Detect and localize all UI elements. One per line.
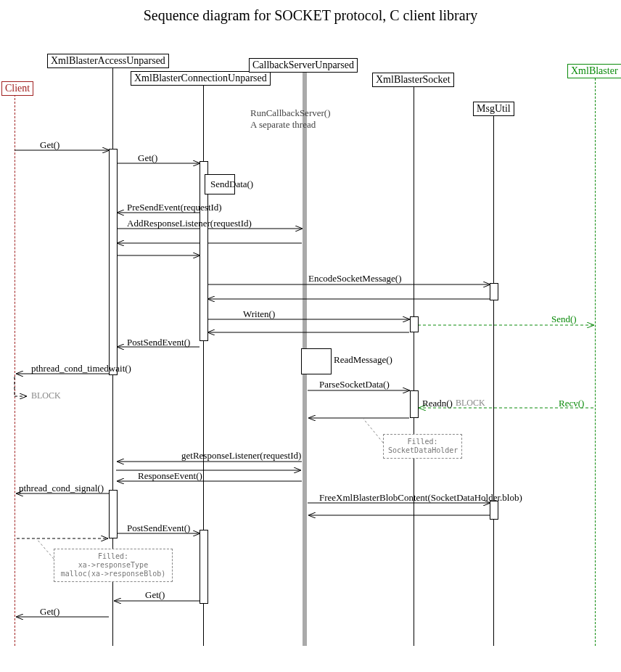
- note-line: xa->responseType: [59, 561, 168, 570]
- sequence-diagram: Sequence diagram for SOCKET protocol, C …: [0, 0, 621, 672]
- msg-writen: Writen(): [243, 308, 275, 320]
- msg-resp-event: ResponseEvent(): [138, 470, 202, 482]
- svg-line-18: [363, 418, 383, 443]
- participant-xbs: XmlBlasterSocket: [372, 73, 454, 87]
- participant-client: Client: [1, 81, 33, 96]
- msg-readn: Readn(): [422, 398, 453, 409]
- msg-readmsg: ReadMessage(): [334, 354, 392, 366]
- block1: BLOCK: [31, 390, 61, 401]
- msg-pthread-wait: pthread_cond_timedwait(): [31, 363, 131, 374]
- note-line: Filled:: [388, 438, 457, 446]
- msg-senddata: SendData(): [210, 179, 253, 190]
- note-line: SocketDataHolder: [388, 446, 457, 455]
- participant-csu: CallbackServerUnparsed: [249, 58, 358, 73]
- activation-msgutil-encode: [490, 283, 498, 300]
- msg-postsend1: PostSendEvent(): [127, 337, 190, 348]
- svg-line-27: [36, 538, 54, 559]
- diagram-title: Sequence diagram for SOCKET protocol, C …: [0, 7, 621, 24]
- activation-readmessage: [301, 348, 332, 374]
- msg-get1: Get(): [40, 139, 59, 151]
- activation-xbs-readn: [410, 390, 419, 418]
- activation-xbcu-3: [200, 530, 208, 604]
- msg-get3: Get(): [145, 589, 165, 601]
- msg-addresp: AddResponseListener(requestId): [127, 218, 252, 229]
- note-socketdataholder: Filled: SocketDataHolder: [383, 434, 462, 459]
- note-line: malloc(xa->responseBlob): [59, 570, 168, 578]
- note-responseblob: Filled: xa->responseType malloc(xa->resp…: [54, 549, 173, 582]
- activation-xbau-3: [109, 490, 118, 538]
- activation-xbau-1: [109, 149, 118, 375]
- msg-get2: Get(): [138, 152, 157, 164]
- msg-pthread-signal: pthread_cond_signal(): [19, 483, 104, 494]
- msg-parse: ParseSocketData(): [319, 379, 390, 390]
- msg-encode: EncodeSocketMessage(): [308, 273, 402, 284]
- msg-get4: Get(): [40, 606, 59, 618]
- msg-presend: PreSendEvent(requestId): [127, 202, 222, 213]
- participant-server: XmlBlaster: [567, 64, 621, 78]
- comment-runcb2: A separate thread: [250, 119, 316, 131]
- comment-runcb1: RunCallbackServer(): [250, 107, 330, 119]
- msg-getresp: getResponseListener(requestId): [181, 450, 301, 462]
- note-line: Filled:: [59, 552, 168, 561]
- msg-postsend2: PostSendEvent(): [127, 523, 190, 534]
- msg-recv: Recv(): [559, 398, 584, 409]
- activation-xbs-writen: [410, 316, 419, 332]
- msg-send: Send(): [551, 314, 577, 325]
- participant-msgutil: MsgUtil: [473, 102, 514, 116]
- msg-free: FreeXmlBlasterBlobContent(SocketDataHold…: [319, 492, 522, 504]
- block2: BLOCK: [456, 398, 485, 409]
- participant-xbau: XmlBlasterAccessUnparsed: [47, 54, 169, 68]
- participant-xbcu: XmlBlasterConnectionUnparsed: [131, 71, 271, 86]
